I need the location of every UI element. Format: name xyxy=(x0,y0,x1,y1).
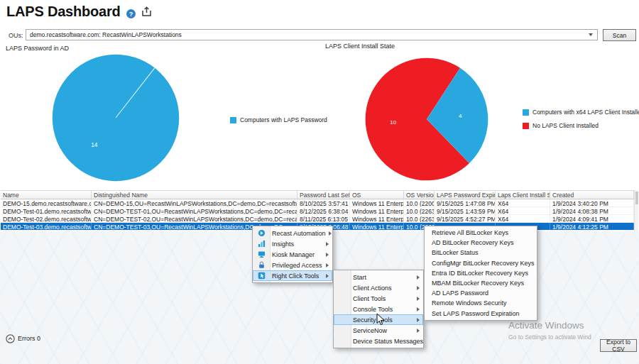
submenu-arrow-icon xyxy=(329,231,332,236)
table-row[interactable]: DEMO-Test-01.demo.recastsoftware.comCN=D… xyxy=(1,207,635,215)
column-header[interactable]: Laps Client Install State xyxy=(496,191,550,199)
submenu-arrow-icon xyxy=(417,286,420,290)
computers-table: NameDistinguished NamePassword Last SetO… xyxy=(1,190,635,231)
menu-item[interactable]: Start xyxy=(334,272,423,282)
help-icon[interactable]: ? xyxy=(126,9,136,18)
legend-item: Computers with x64 LAPS Client Installed xyxy=(523,109,639,116)
table-scrollbar[interactable] xyxy=(634,190,638,231)
menu-item[interactable]: Client Actions xyxy=(334,282,423,293)
right-click-tools-submenu: StartClient ActionsClient ToolsConsole T… xyxy=(333,270,424,348)
menu-item[interactable]: Right Click Tools xyxy=(253,270,332,281)
activate-windows-watermark: Activate Windows xyxy=(508,320,584,331)
menu-item-label: Right Click Tools xyxy=(270,272,323,280)
table-cell: 8/12/2025 6:38:04 PM xyxy=(297,207,350,214)
menu-item[interactable]: Retrieve All BitLocker Keys xyxy=(425,228,537,238)
menu-item-label: Console Tools xyxy=(351,306,414,313)
legend-laps-password: Computers with LAPS Password xyxy=(230,116,327,130)
table-cell: 9/15/2025 1:43:59 PM xyxy=(435,207,496,214)
table-cell: 9/15/2025 4:52:27 PM xyxy=(435,215,496,222)
submenu-arrow-icon xyxy=(417,329,420,333)
menu-item[interactable]: Recast Automation xyxy=(253,228,332,238)
menu-item-label: Recast Automation xyxy=(270,230,326,237)
menu-item[interactable]: Entra ID BitLocker Recovery Keys xyxy=(425,268,537,278)
menu-item-label: AD BitLocker Recovery Keys xyxy=(430,239,533,246)
pie-chart-laps-password: 14 xyxy=(50,53,181,183)
table-cell: CN=DEMO-TEST-01,OU=RecastWinLAPSWorkstat… xyxy=(92,207,297,214)
submenu-arrow-icon xyxy=(417,318,420,322)
table-cell: X64 xyxy=(496,207,550,214)
submenu-arrow-icon xyxy=(326,253,329,257)
menu-item-label: Device Status Messages xyxy=(351,338,423,345)
table-cell: 8/10/2025 3:57:41 AM xyxy=(297,199,350,206)
table-cell: 10.0 (22000) xyxy=(404,199,435,206)
table-cell: 1/9/2024 4:12:25 PM xyxy=(550,223,634,230)
table-cell: DEMO-15.demo.recastsoftware.com xyxy=(1,199,92,206)
column-header[interactable]: OS xyxy=(350,191,404,199)
menu-item[interactable]: AD BitLocker Recovery Keys xyxy=(425,238,537,248)
column-header[interactable]: Created xyxy=(550,191,634,199)
menu-item[interactable]: Insights xyxy=(253,238,332,249)
column-header[interactable]: Name xyxy=(1,191,92,199)
svg-text:4: 4 xyxy=(459,113,462,119)
mouse-cursor-icon xyxy=(376,313,385,329)
recast-automation-icon xyxy=(253,229,270,237)
table-row[interactable]: DEMO-Test-02.demo.recastsoftware.comCN=D… xyxy=(1,215,635,223)
menu-item[interactable]: Device Status Messages xyxy=(334,336,423,346)
ou-combobox-value: demo.recastsoftware.com: RecastWinLAPSWo… xyxy=(26,31,589,38)
right-click-tools-icon xyxy=(253,272,270,280)
legend-swatch xyxy=(523,109,529,116)
chevron-down-icon xyxy=(589,33,593,36)
menu-item-label: AD LAPS Password xyxy=(430,289,533,297)
table-cell: 1/9/2024 3:40:20 PM xyxy=(550,199,634,206)
pie-chart-client-install: 104 xyxy=(364,56,490,182)
table-cell: CN=DEMO-15,OU=RecastWinLAPSWorkstations,… xyxy=(92,199,297,206)
menu-item[interactable]: Client Tools xyxy=(334,293,423,304)
menu-item[interactable]: MBAM BitLocker Recovery Keys xyxy=(425,278,537,288)
menu-item[interactable]: AD LAPS Password xyxy=(425,288,537,298)
column-header[interactable]: Password Last Set xyxy=(297,191,350,199)
menu-item-label: Insights xyxy=(270,241,323,248)
legend-label: No LAPS Client Installed xyxy=(532,122,599,129)
table-cell: DEMO-Test-01.demo.recastsoftware.com xyxy=(1,207,92,214)
svg-text:10: 10 xyxy=(390,119,396,126)
ou-combobox[interactable]: demo.recastsoftware.com: RecastWinLAPSWo… xyxy=(26,29,598,40)
scrollbar-thumb[interactable] xyxy=(635,192,638,204)
popout-icon[interactable] xyxy=(141,6,153,18)
column-header[interactable]: OS Version xyxy=(404,191,435,199)
menu-item[interactable]: Kiosk Manager xyxy=(253,249,332,260)
chevron-up-circle-icon[interactable] xyxy=(6,333,15,343)
context-menu: Recast AutomationInsightsKiosk ManagerPr… xyxy=(252,226,333,283)
menu-item-label: Retrieve All BitLocker Keys xyxy=(430,229,533,236)
menu-item-label: Privileged Access xyxy=(270,262,323,269)
table-cell: Windows 11 Enterprise xyxy=(350,223,404,230)
menu-item[interactable]: ConfigMgr BitLocker Recovery Keys xyxy=(425,258,537,268)
legend-swatch xyxy=(230,117,236,123)
laps-dashboard-window: LAPS Dashboard ? OUs: demo.recastsoftwar… xyxy=(0,0,639,364)
chart-title-laps-password: LAPS Password in AD xyxy=(6,45,69,52)
menu-item-label: Client Actions xyxy=(351,285,414,292)
scan-button[interactable]: Scan xyxy=(603,29,636,41)
menu-item[interactable]: Privileged Access xyxy=(253,260,332,270)
ous-label: OUs: xyxy=(9,32,23,39)
menu-item[interactable]: BitLocker Status xyxy=(425,248,537,258)
export-to-csv-button[interactable]: Export to CSV xyxy=(600,339,637,352)
column-header[interactable]: LAPS Password Expiration xyxy=(435,191,496,199)
menu-item-label: Set LAPS Password Expiration xyxy=(430,310,533,317)
menu-item[interactable]: Set LAPS Password Expiration xyxy=(425,309,537,319)
table-row[interactable]: DEMO-15.demo.recastsoftware.comCN=DEMO-1… xyxy=(1,199,635,207)
table-header-row: NameDistinguished NamePassword Last SetO… xyxy=(1,190,635,199)
menu-item-label: BitLocker Status xyxy=(430,249,533,256)
table-cell: X64 xyxy=(496,199,550,206)
legend-client-install: Computers with x64 LAPS Client Installed… xyxy=(523,109,639,136)
table-cell: 1/9/2024 4:08:38 PM xyxy=(550,207,634,214)
chart-title-client-install: LAPS Client Install State xyxy=(325,43,395,50)
kiosk-manager-icon xyxy=(253,250,270,258)
table-cell: DEMO-Test-03.demo.recastsoftware.com xyxy=(1,223,92,230)
legend-label: Computers with x64 LAPS Client Installed xyxy=(532,109,639,116)
legend-label: Computers with LAPS Password xyxy=(240,116,327,123)
privileged-access-icon xyxy=(253,261,270,269)
column-header[interactable]: Distinguished Name xyxy=(92,191,297,199)
security-tools-submenu: Retrieve All BitLocker KeysAD BitLocker … xyxy=(424,226,537,321)
table-cell: 8/11/2025 6:13:05 PM xyxy=(297,215,350,222)
menu-item[interactable]: Remote Windows Security xyxy=(425,298,537,308)
